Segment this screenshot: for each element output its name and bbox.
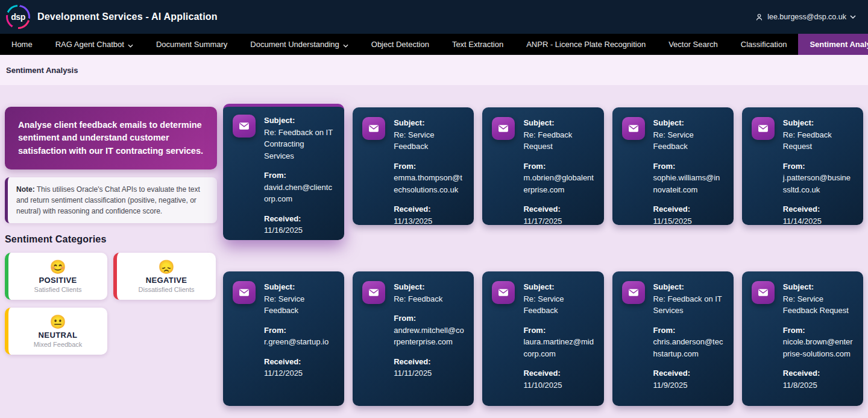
from-value: david.chen@clientcorp.com <box>264 182 335 205</box>
chevron-down-icon <box>343 40 348 49</box>
email-card[interactable]: Subject:Re: Service Feedback From:laura.… <box>482 271 603 406</box>
negative-emoji-icon: 😞 <box>158 260 174 274</box>
from-label: From: <box>783 160 854 173</box>
subject-value: Re: Service Feedback <box>523 293 594 317</box>
envelope-icon <box>622 117 645 140</box>
from-label: From: <box>394 160 464 173</box>
subject-label: Subject: <box>523 281 594 293</box>
category-name: NEUTRAL <box>39 331 78 340</box>
received-value: 11/15/2025 <box>653 215 724 227</box>
note-label: Note: <box>16 185 35 194</box>
user-email: lee.burgess@dsp.co.uk <box>767 13 846 21</box>
nav-item-text-extraction[interactable]: Text Extraction <box>441 34 515 55</box>
envelope-icon <box>362 117 385 140</box>
category-name: NEGATIVE <box>146 276 187 285</box>
email-row-2: Subject:Re: Service Feedback From:r.gree… <box>223 271 863 406</box>
nav-item-vector-search[interactable]: Vector Search <box>657 34 729 55</box>
received-value: 11/14/2025 <box>783 215 854 227</box>
from-label: From: <box>653 325 724 337</box>
category-card-neutral: 😐 NEUTRAL Mixed Feedback <box>5 308 107 355</box>
nav-item-home[interactable]: Home <box>0 34 44 55</box>
subject-label: Subject: <box>394 281 464 293</box>
from-label: From: <box>523 325 594 337</box>
email-card[interactable]: Subject:Re: Service Feedback From:emma.t… <box>353 107 474 225</box>
received-label: Received: <box>394 203 464 215</box>
email-card[interactable]: Subject:Re: Service Feedback From:r.gree… <box>223 271 344 406</box>
received-label: Received: <box>783 203 854 215</box>
category-card-negative: 😞 NEGATIVE Dissatisfied Clients <box>113 253 216 300</box>
from-value: chris.anderson@techstartup.com <box>653 336 724 359</box>
received-value: 11/8/2025 <box>783 379 854 391</box>
category-name: POSITIVE <box>39 276 77 285</box>
chevron-down-icon <box>128 40 133 49</box>
email-card[interactable]: Subject:Re: Feedback on IT Contracting S… <box>223 104 344 240</box>
from-label: From: <box>653 160 724 173</box>
subject-value: Re: Service Feedback <box>653 129 724 153</box>
category-sublabel: Dissatisfied Clients <box>139 286 195 293</box>
email-card[interactable]: Subject:Re: Feedback Request From:m.obri… <box>482 107 603 225</box>
email-card[interactable]: Subject:Re: Service Feedback Request Fro… <box>742 271 863 406</box>
received-value: 11/11/2025 <box>394 367 464 379</box>
nav-item-document-summary[interactable]: Document Summary <box>145 34 239 55</box>
received-value: 11/12/2025 <box>264 367 335 379</box>
email-card[interactable]: Subject:Re: Service Feedback From:sophie… <box>612 107 734 225</box>
received-label: Received: <box>523 203 594 215</box>
subject-label: Subject: <box>264 115 335 127</box>
from-value: laura.martinez@midcorp.com <box>523 336 594 359</box>
email-card[interactable]: Subject:Re: Feedback From:andrew.mitchel… <box>353 271 474 406</box>
main-content: Analyse client feedback emails to determ… <box>0 85 868 418</box>
received-label: Received: <box>653 203 724 215</box>
subject-label: Subject: <box>653 117 724 129</box>
from-label: From: <box>394 312 464 325</box>
received-value: 11/16/2025 <box>264 224 335 236</box>
intro-card: Analyse client feedback emails to determ… <box>5 107 217 169</box>
from-value: andrew.mitchell@corpenterprise.com <box>394 325 464 348</box>
received-label: Received: <box>394 356 464 368</box>
from-label: From: <box>783 325 854 337</box>
dsp-logo-text: dsp <box>8 7 28 27</box>
email-card[interactable]: Subject:Re: Feedback Request From:j.patt… <box>742 107 863 225</box>
sentiment-categories-heading: Sentiment Categories <box>5 234 217 245</box>
main-nav: Home RAG Agent Chatbot Document Summary … <box>0 34 868 55</box>
category-card-positive: 😊 POSITIVE Satisfied Clients <box>5 253 107 300</box>
subject-value: Re: Service Feedback <box>394 129 464 153</box>
nav-item-object-detection[interactable]: Object Detection <box>360 34 441 55</box>
category-grid: 😊 POSITIVE Satisfied Clients 😞 NEGATIVE … <box>5 253 217 355</box>
envelope-icon <box>492 281 515 304</box>
from-label: From: <box>264 169 335 182</box>
envelope-icon <box>492 117 515 140</box>
envelope-icon <box>233 281 256 304</box>
received-label: Received: <box>653 367 724 379</box>
from-value: emma.thompson@techsolutions.co.uk <box>394 172 464 195</box>
category-sublabel: Mixed Feedback <box>34 341 83 348</box>
envelope-icon <box>752 117 775 140</box>
nav-item-sentiment-analysis[interactable]: Sentiment Analysis <box>798 34 868 55</box>
note-text: This utilises Oracle's Chat APIs to eval… <box>16 185 200 215</box>
subject-value: Re: Service Feedback <box>264 293 335 317</box>
chevron-down-icon <box>850 15 856 19</box>
from-value: m.obrien@globalenterprise.com <box>523 172 594 195</box>
dsp-logo: dsp <box>6 5 30 29</box>
from-value: nicole.brown@enterprise-solutions.com <box>783 336 854 359</box>
email-row-1: Subject:Re: Feedback on IT Contracting S… <box>223 107 863 240</box>
nav-item-classification[interactable]: Classification <box>729 34 799 55</box>
subject-value: Re: Service Feedback Request <box>783 293 854 317</box>
received-label: Received: <box>264 356 335 368</box>
received-label: Received: <box>783 367 854 379</box>
app-header: dsp Development Services - AI Applicatio… <box>0 0 868 34</box>
received-value: 11/13/2025 <box>394 215 464 227</box>
sidebar: Analyse client feedback emails to determ… <box>5 107 217 418</box>
user-menu[interactable]: lee.burgess@dsp.co.uk <box>755 13 856 22</box>
subject-value: Re: Feedback Request <box>783 129 854 153</box>
envelope-icon <box>752 281 775 304</box>
subject-label: Subject: <box>523 117 594 129</box>
envelope-icon <box>362 281 385 304</box>
received-label: Received: <box>264 213 335 225</box>
breadcrumb-bar: Sentiment Analysis <box>0 55 868 85</box>
nav-item-anpr[interactable]: ANPR - Licence Plate Recognition <box>515 34 657 55</box>
nav-item-document-understanding[interactable]: Document Understanding <box>239 34 359 55</box>
nav-item-rag-agent-chatbot[interactable]: RAG Agent Chatbot <box>44 34 145 55</box>
email-card[interactable]: Subject:Re: Feedback on IT Services From… <box>612 271 734 406</box>
email-card-grid: Subject:Re: Feedback on IT Contracting S… <box>223 107 863 418</box>
positive-emoji-icon: 😊 <box>49 260 66 274</box>
